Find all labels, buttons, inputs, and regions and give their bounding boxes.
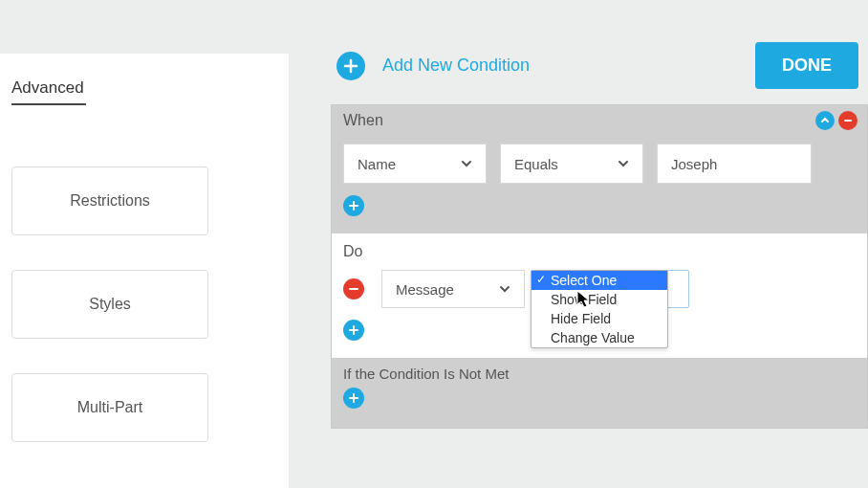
add-condition-icon[interactable]	[336, 52, 365, 80]
add-when-icon[interactable]	[343, 195, 364, 216]
chevron-down-icon	[618, 158, 629, 169]
tab-advanced[interactable]: Advanced	[11, 78, 275, 98]
dropdown-option-show-field[interactable]: Show Field	[532, 290, 667, 309]
when-operator-select[interactable]: Equals	[500, 144, 643, 184]
tab-underline	[11, 103, 86, 105]
add-condition-label[interactable]: Add New Condition	[382, 55, 530, 76]
done-button[interactable]: DONE	[755, 42, 858, 89]
when-title: When	[343, 112, 383, 129]
chevron-down-icon	[461, 158, 472, 169]
multi-part-button[interactable]: Multi-Part	[11, 373, 208, 442]
when-operator-value: Equals	[514, 156, 558, 172]
when-row: Name Equals Joseph	[332, 130, 867, 195]
conditions-panel: Add New Condition DONE When Name	[331, 0, 868, 429]
when-value: Joseph	[671, 156, 717, 172]
do-section: Do Message Select One Show Field Hide Fi…	[332, 233, 867, 358]
do-action-select[interactable]: Message	[381, 270, 525, 308]
dropdown-option-change-value[interactable]: Change Value	[532, 328, 667, 347]
do-row: Message Select One Show Field Hide Field…	[343, 270, 856, 308]
do-target-dropdown: Select One Show Field Hide Field Change …	[531, 270, 668, 348]
collapse-icon[interactable]	[815, 111, 835, 130]
remove-do-icon[interactable]	[343, 278, 364, 299]
condition-block: When Name Equals	[331, 104, 868, 429]
top-bar: Add New Condition DONE	[331, 42, 868, 89]
dropdown-option-select-one[interactable]: Select One	[532, 271, 667, 290]
when-value-input[interactable]: Joseph	[657, 144, 812, 184]
add-else-icon[interactable]	[343, 388, 364, 409]
when-field-value: Name	[358, 156, 396, 172]
when-add-row	[332, 195, 867, 233]
when-field-select[interactable]: Name	[343, 144, 487, 184]
restrictions-button[interactable]: Restrictions	[11, 166, 208, 235]
do-action-value: Message	[396, 281, 454, 298]
dropdown-option-hide-field[interactable]: Hide Field	[532, 309, 667, 328]
add-do-icon[interactable]	[343, 320, 364, 341]
remove-condition-icon[interactable]	[838, 111, 857, 130]
do-title: Do	[343, 243, 856, 260]
styles-button[interactable]: Styles	[11, 270, 208, 339]
else-title: If the Condition Is Not Met	[343, 366, 856, 382]
sidebar: Advanced Restrictions Styles Multi-Part	[0, 54, 289, 488]
chevron-down-icon	[499, 283, 510, 295]
when-header: When	[332, 105, 867, 130]
else-section: If the Condition Is Not Met	[332, 358, 867, 428]
